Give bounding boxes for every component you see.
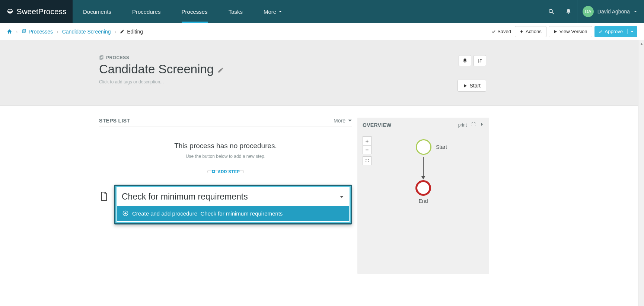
steps-more-menu[interactable]: More [334,118,352,124]
reorder-button[interactable] [474,55,486,66]
nav-documents[interactable]: Documents [73,0,122,23]
breadcrumb-sep: › [16,29,18,35]
create-procedure-label: Create and add procedure Check for minim… [132,210,283,217]
scrollbar[interactable]: ▴ [638,40,644,306]
topbar: SweetProcess Documents Procedures Proces… [0,0,644,23]
diagram-start-label: Start [436,144,447,150]
bolt-icon [520,30,523,34]
document-icon [100,191,108,202]
nav-more-label: More [264,9,276,15]
search-button[interactable] [543,0,560,23]
breadcrumb-sep: › [57,29,58,35]
breadcrumb-bar: › Processes › Candidate Screening › Edit… [0,23,644,40]
actions-button[interactable]: Actions [515,26,546,37]
copy-icon [22,29,26,34]
breadcrumb-home[interactable] [7,29,12,34]
breadcrumb-item[interactable]: Candidate Screening [62,29,111,35]
scrollbar-up[interactable]: ▴ [638,40,644,46]
process-type-label: PROCESS [99,55,129,60]
svg-point-0 [8,10,13,12]
approve-dropdown[interactable] [627,29,634,34]
create-procedure-option[interactable]: Create and add procedure Check for minim… [117,206,349,221]
expand-icon [471,122,476,127]
steps-list-heading: STEPS LIST [99,118,130,124]
breadcrumb: › Processes › Candidate Screening › Edit… [7,29,143,35]
check-icon [491,29,496,34]
nav-tasks[interactable]: Tasks [218,0,253,23]
edit-title-button[interactable] [217,62,224,76]
process-title-text: Candidate Screening [99,62,214,76]
check-icon [598,29,603,34]
process-header: PROCESS Candidate Screening Click to add… [0,40,644,106]
view-version-label: View Version [559,29,587,34]
brand-name-2: Process [38,7,67,16]
copy-icon [99,55,104,60]
chevron-down-icon [634,10,637,13]
empty-state: This process has no procedures. Use the … [99,142,352,159]
diagram-start-node[interactable] [416,139,431,155]
procedure-search-input[interactable] [117,188,334,206]
sort-icon [477,58,482,63]
chevron-down-icon [348,118,352,123]
user-menu[interactable]: DA David Agbona [577,0,644,23]
empty-state-sub: Use the button below to add a new step. [99,154,352,159]
cup-icon [6,7,14,16]
chevron-right-icon [480,122,484,127]
nav-more[interactable]: More [253,0,293,23]
add-step-combobox: Create and add procedure Check for minim… [99,185,352,224]
overview-fullscreen[interactable] [471,122,476,128]
user-name: David Agbona [597,9,630,15]
actions-label: Actions [526,29,542,34]
chevron-down-icon [631,30,634,33]
process-title: Candidate Screening [99,62,486,76]
saved-label: Saved [497,29,511,34]
empty-state-title: This process has no procedures. [99,142,352,150]
diagram-arrow [421,157,425,179]
subbar-actions: Saved Actions View Version Approve [491,26,637,37]
breadcrumb-sep: › [114,29,116,35]
logo[interactable]: SweetProcess [0,0,73,23]
diagram-end-node[interactable] [415,180,431,196]
main-nav: Documents Procedures Processes Tasks Mor… [73,0,293,23]
play-icon [463,84,467,88]
saved-status: Saved [491,29,511,34]
plus-circle-icon [122,210,128,216]
svg-point-1 [549,9,552,13]
approve-label: Approve [605,29,623,34]
add-step-label: ADD STEP [218,169,240,174]
overview-print[interactable]: print [458,122,467,128]
main-content: STEPS LIST More This process has no proc… [0,106,644,274]
pencil-icon [120,29,125,34]
process-type-text: PROCESS [106,55,129,60]
pencil-icon [217,67,224,73]
flow-diagram: Start End [357,139,489,204]
nav-processes[interactable]: Processes [171,0,218,23]
breadcrumb-processes[interactable]: Processes [22,29,53,35]
add-step-button[interactable]: ADD STEP [207,170,244,173]
steps-list-panel: STEPS LIST More This process has no proc… [99,118,352,274]
home-icon [7,29,12,34]
plus-circle-icon [211,169,216,173]
diagram-end-label: End [419,198,428,204]
svg-line-2 [552,12,554,14]
play-icon [554,30,557,34]
breadcrumb-editing-label: Editing [127,29,143,35]
start-button[interactable]: Start [458,80,486,92]
avatar: DA [583,6,594,17]
chevron-down-icon [278,10,282,13]
view-version-button[interactable]: View Version [549,26,592,37]
breadcrumb-current: Editing [120,29,143,35]
breadcrumb-processes-label: Processes [29,29,53,35]
add-step-divider: ADD STEP [99,174,352,174]
procedure-search-dropdown-toggle[interactable] [334,188,349,206]
process-description-placeholder[interactable]: Click to add tags or description... [99,79,486,85]
overview-panel: OVERVIEW print + – Start [357,118,489,274]
notifications-button[interactable] [560,0,577,23]
brand-name-1: Sweet [16,7,38,16]
nav-procedures[interactable]: Procedures [122,0,171,23]
approve-button[interactable]: Approve [594,26,637,37]
bell-icon [462,58,468,63]
bell-icon [565,9,571,15]
overview-collapse[interactable] [480,122,484,128]
notifications-settings-button[interactable] [459,55,471,66]
